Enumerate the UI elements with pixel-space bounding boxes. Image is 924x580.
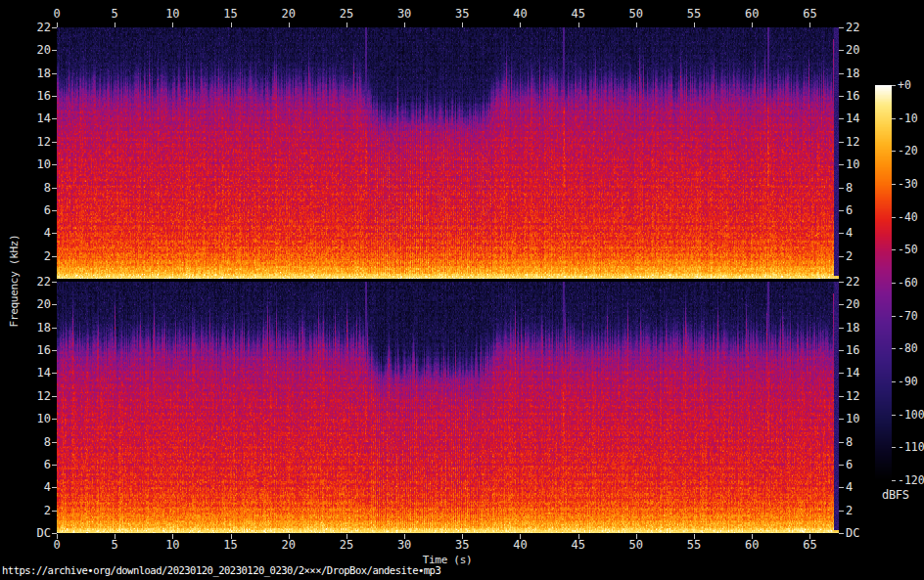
x-tick-label-bottom: 5	[112, 539, 118, 552]
y-tick-mark-left	[52, 328, 57, 329]
x-tick-mark-bottom	[462, 534, 463, 539]
y-tick-mark-left	[52, 304, 57, 305]
colorbar	[875, 85, 892, 480]
y-tick-mark-right	[839, 233, 844, 234]
y-tick-label-right: 20	[846, 44, 859, 57]
colorbar-tick-label: -80	[898, 342, 918, 355]
x-tick-label-top: 35	[455, 8, 469, 21]
y-tick-label-right: 16	[846, 90, 859, 103]
x-tick-mark-bottom	[404, 534, 405, 539]
colorbar-tick-mark	[892, 85, 896, 86]
colorbar-tick-label: -90	[898, 376, 918, 388]
y-tick-mark-left	[52, 511, 57, 512]
y-tick-label-left: 20	[37, 44, 51, 57]
y-tick-label-left: 12	[37, 389, 51, 402]
x-tick-label-bottom: 55	[687, 539, 701, 552]
y-tick-label-right: 20	[846, 298, 859, 311]
y-tick-mark-right	[839, 419, 844, 420]
x-tick-label-top: 65	[803, 8, 816, 21]
y-tick-mark-right	[839, 282, 844, 283]
colorbar-tick-label: +0	[898, 79, 911, 92]
y-tick-mark-right	[839, 50, 844, 51]
y-tick-mark-left	[52, 487, 57, 488]
x-tick-label-bottom: 50	[629, 539, 643, 552]
x-tick-mark-top	[578, 22, 579, 27]
colorbar-tick-label: -120	[898, 474, 924, 487]
x-tick-label-top: 55	[687, 8, 701, 21]
x-tick-label-top: 50	[629, 8, 643, 21]
y-tick-mark-right	[839, 487, 844, 488]
x-tick-mark-bottom	[752, 534, 753, 539]
x-tick-label-bottom: 20	[282, 539, 296, 552]
y-tick-mark-left	[52, 50, 57, 51]
colorbar-tick-mark	[892, 118, 896, 119]
y-tick-mark-left	[52, 350, 57, 351]
x-tick-label-top: 20	[282, 8, 296, 21]
x-tick-mark-bottom	[57, 534, 58, 539]
y-tick-mark-right	[839, 533, 844, 534]
colorbar-tick-label: -30	[898, 178, 918, 191]
x-tick-mark-top	[694, 22, 695, 27]
colorbar-tick-mark	[892, 447, 896, 448]
y-tick-mark-left	[52, 27, 57, 28]
y-tick-label-left: 6	[44, 203, 51, 216]
colorbar-tick-label: -110	[898, 441, 924, 454]
x-tick-label-bottom: 10	[165, 539, 179, 552]
y-tick-mark-right	[839, 442, 844, 443]
y-tick-mark-right	[839, 465, 844, 466]
y-tick-label-right: 4	[846, 227, 853, 240]
colorbar-tick-label: -20	[898, 145, 918, 157]
y-tick-label-left: 22	[37, 22, 51, 34]
colorbar-tick-mark	[892, 415, 896, 416]
y-tick-mark-left	[52, 396, 57, 397]
y-tick-label-right: 22	[846, 276, 859, 289]
y-tick-label-right: 4	[846, 481, 853, 494]
x-tick-mark-bottom	[694, 534, 695, 539]
x-tick-mark-bottom	[115, 534, 116, 539]
x-tick-mark-top	[636, 22, 637, 27]
x-tick-mark-bottom	[636, 534, 637, 539]
x-tick-mark-top	[752, 22, 753, 27]
x-tick-mark-top	[520, 22, 521, 27]
colorbar-tick-mark	[892, 151, 896, 152]
y-tick-mark-right	[839, 511, 844, 512]
y-tick-label-right: 6	[846, 203, 853, 216]
colorbar-tick-mark	[892, 249, 896, 250]
y-tick-mark-right	[839, 142, 844, 143]
y-tick-mark-left	[52, 233, 57, 234]
y-tick-mark-left	[52, 419, 57, 420]
colorbar-title: dBFS	[882, 488, 909, 502]
x-tick-label-bottom: 60	[745, 539, 759, 552]
x-tick-label-top: 45	[571, 8, 584, 21]
y-tick-mark-right	[839, 304, 844, 305]
colorbar-tick-label: -70	[898, 309, 918, 322]
colorbar-tick-label: -60	[898, 277, 918, 290]
y-tick-label-right: 18	[846, 321, 859, 334]
y-tick-mark-left	[52, 210, 57, 211]
y-tick-mark-left	[52, 373, 57, 374]
x-tick-label-top: 10	[165, 8, 179, 21]
y-tick-label-left: 2	[44, 249, 51, 262]
y-tick-mark-right	[839, 350, 844, 351]
colorbar-tick-label: -50	[898, 244, 918, 256]
spectrogram-channel-2	[57, 282, 839, 533]
y-tick-label-right: 2	[846, 249, 853, 262]
x-tick-mark-top	[809, 22, 810, 27]
x-tick-mark-top	[172, 22, 173, 27]
y-tick-mark-left	[52, 533, 57, 534]
y-tick-label-right: 10	[846, 413, 859, 425]
y-tick-label-left: 10	[37, 413, 51, 425]
x-tick-mark-bottom	[578, 534, 579, 539]
y-tick-label-right: 10	[846, 158, 859, 171]
y-tick-label-left: 8	[44, 181, 51, 194]
colorbar-tick-mark	[892, 184, 896, 185]
y-tick-label-left: 22	[37, 276, 51, 289]
y-tick-label-right: 22	[846, 22, 859, 34]
colorbar-tick-mark	[892, 316, 896, 317]
x-tick-mark-bottom	[346, 534, 347, 539]
y-tick-mark-left	[52, 465, 57, 466]
y-tick-label-right: 12	[846, 135, 859, 148]
y-tick-label-left: 10	[37, 158, 51, 171]
y-tick-mark-right	[839, 73, 844, 74]
y-tick-label-right: 14	[846, 367, 859, 379]
